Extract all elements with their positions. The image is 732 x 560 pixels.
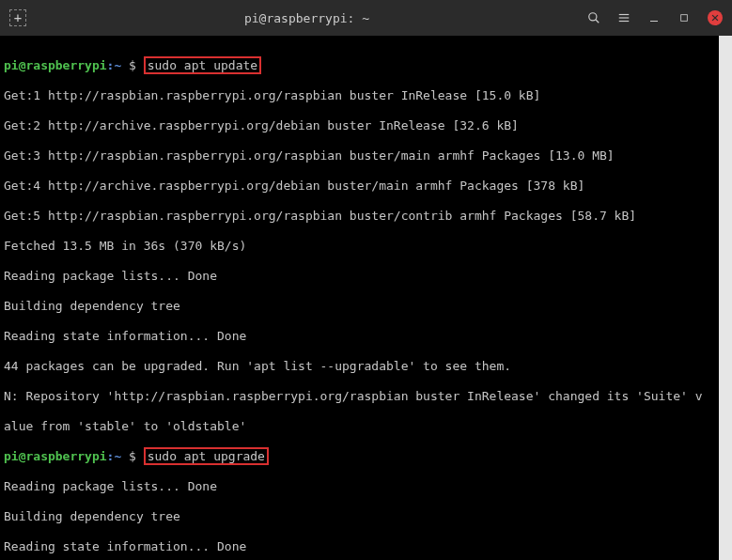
terminal-output[interactable]: pi@raspberrypi:~ $ sudo apt update Get:1… [0,36,732,560]
new-tab-icon[interactable]: + [9,9,26,26]
output-line: Fetched 13.5 MB in 36s (370 kB/s) [4,239,728,254]
search-icon[interactable] [587,11,600,24]
output-line: Reading state information... Done [4,329,728,344]
output-line: 44 packages can be upgraded. Run 'apt li… [4,359,728,374]
output-line: alue from 'stable' to 'oldstable' [4,419,728,434]
output-line: Get:4 http://archive.raspberrypi.org/deb… [4,179,728,194]
output-line: Get:1 http://raspbian.raspberrypi.org/ra… [4,88,728,103]
menu-icon[interactable] [617,11,631,24]
output-line: Get:5 http://raspbian.raspberrypi.org/ra… [4,209,728,224]
prompt-user: pi [4,58,19,72]
output-line: Reading package lists... Done [4,269,728,284]
svg-point-0 [589,13,597,21]
minimize-icon[interactable] [647,11,661,24]
svg-rect-6 [681,15,688,22]
command-upgrade: sudo apt upgrade [144,447,269,465]
close-icon[interactable] [708,10,723,25]
command-update: sudo apt update [144,56,261,74]
output-line: N: Repository 'http://raspbian.raspberry… [4,389,728,404]
window-title: pi@raspberrypi: ~ [26,11,587,25]
output-line: Reading package lists... Done [4,479,728,494]
prompt-host: raspberrypi [25,58,106,72]
titlebar: + pi@raspberrypi: ~ [0,0,732,36]
svg-line-1 [596,20,600,23]
output-line: Reading state information... Done [4,539,728,554]
output-line: Get:3 http://raspbian.raspberrypi.org/ra… [4,148,728,163]
output-line: Get:2 http://archive.raspberrypi.org/deb… [4,118,728,133]
output-line: Building dependency tree [4,509,728,524]
output-line: Building dependency tree [4,299,728,314]
scrollbar[interactable] [719,36,732,560]
maximize-icon[interactable] [677,11,691,24]
